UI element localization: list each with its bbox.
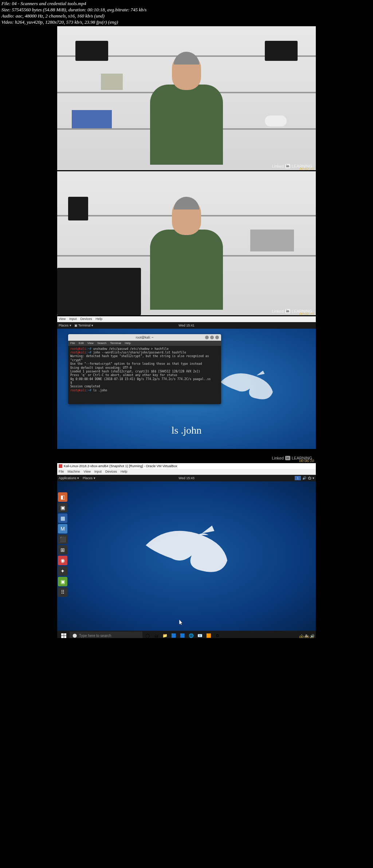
terminal-menu[interactable]: File Edit View Search Terminal Help (68, 341, 221, 346)
video-frame-4: Kali-Linux-2018.2-vbox-amd64 (Snapshot 1… (57, 463, 316, 638)
clock: Wed 15:41 (178, 324, 194, 327)
kali-dragon-logo (136, 512, 237, 592)
laptop-stack (250, 230, 294, 251)
dock-item[interactable]: ⠿ (58, 587, 67, 597)
taskbar-icon[interactable]: ◯ (143, 632, 152, 638)
search-icon: ⚪ (72, 634, 77, 638)
video-frame-3: View Input Devices Help Places ▾ ▣ Termi… (57, 316, 316, 462)
vb-menu-view[interactable]: View (84, 470, 91, 474)
start-button[interactable] (59, 632, 69, 638)
taskbar-icon[interactable]: 🌐 (187, 632, 196, 638)
maximize-button[interactable] (210, 336, 214, 339)
presenter (143, 54, 230, 170)
windows-logo-icon (61, 633, 66, 638)
subtitle-caption: ls .john (172, 425, 201, 436)
meta-audio: Audio: aac, 48000 Hz, 2 channels, s16, 1… (1, 13, 372, 19)
taskbar-icon[interactable]: 📧 (196, 632, 204, 638)
frame-timestamp: 00:08:20 (299, 634, 314, 638)
clock: Wed 15:43 (178, 476, 194, 480)
access-point (265, 116, 287, 126)
terminal-titlebar[interactable]: root@kali: ~ (68, 334, 221, 341)
taskbar-icon[interactable]: ⚙ (213, 632, 222, 638)
vb-menu-help[interactable]: Help (95, 317, 102, 321)
terminal-output[interactable]: root@kali:~# unshadow /etc/passwd /etc/s… (68, 346, 221, 404)
vb-menu-file[interactable]: File (59, 470, 64, 474)
close-button[interactable] (215, 336, 219, 339)
kali-desktop[interactable]: ◧▣▦M⬛⊞◉✦▣⠿ (57, 481, 316, 631)
kali-dock[interactable]: ◧▣▦M⬛⊞◉✦▣⠿ (58, 492, 69, 597)
frame-timestamp: 00:04:10 (299, 312, 314, 315)
terminal-window[interactable]: root@kali: ~ File Edit View Search Termi… (68, 334, 221, 404)
nas-box (68, 197, 88, 220)
commodore-box (72, 110, 112, 128)
places-menu[interactable]: Places ▾ (59, 324, 71, 327)
video-frame-1: LinkedinLEARNING 00:02:10 (57, 26, 316, 170)
virtualbox-icon (59, 464, 62, 468)
meta-video: Video: h264, yuv420p, 1280x720, 573 kb/s… (1, 19, 372, 26)
windows-taskbar[interactable]: ⚪ Type here to search ◯🗂📁🟦🟦🌐📧🟧⚙ ˄ 🖧 🔊 (57, 631, 316, 638)
virtualbox-titlebar[interactable]: Kali-Linux-2018.2-vbox-amd64 (Snapshot 1… (57, 463, 316, 469)
presenter (143, 199, 230, 315)
virtualbox-menu[interactable]: View Input Devices Help (57, 316, 316, 322)
dock-item[interactable]: ✦ (58, 566, 67, 576)
search-input[interactable]: ⚪ Type here to search (70, 632, 142, 638)
places-menu[interactable]: Places ▾ (83, 476, 95, 480)
minimize-button[interactable] (205, 336, 209, 339)
network-gear (101, 74, 123, 90)
kali-desktop: root@kali: ~ File Edit View Search Termi… (57, 329, 316, 449)
laptop-foreground (57, 268, 141, 315)
dock-item[interactable]: ⬛ (58, 535, 67, 544)
laptop-prop (75, 41, 108, 61)
vb-menu-machine[interactable]: Machine (68, 470, 80, 474)
mouse-cursor (179, 619, 184, 625)
taskbar-icon[interactable]: 🟧 (204, 632, 213, 638)
frame-timestamp: 00:06:10 (299, 458, 314, 462)
vb-menu-help[interactable]: Help (121, 470, 127, 474)
kali-dragon-logo (214, 361, 279, 413)
dock-item[interactable]: ▣ (58, 577, 67, 586)
vb-menu-devices[interactable]: Devices (105, 470, 117, 474)
laptop-prop (265, 41, 298, 61)
kali-top-bar[interactable]: Applications ▾ Places ▾ Wed 15:43 1 🔊 ⏻ … (57, 475, 316, 481)
file-metadata: File: 04 - Scanners and credential tools… (0, 0, 373, 26)
vb-menu-input[interactable]: Input (69, 317, 76, 321)
taskbar-icon[interactable]: 📁 (161, 632, 169, 638)
meta-file: File: 04 - Scanners and credential tools… (1, 1, 372, 7)
meta-size: Size: 57545560 bytes (54.88 MiB), durati… (1, 7, 372, 13)
dock-item[interactable]: ▦ (58, 513, 67, 523)
kali-top-bar[interactable]: Places ▾ ▣ Terminal ▾ Wed 15:41 (57, 322, 316, 329)
vb-menu-devices[interactable]: Devices (80, 317, 92, 321)
workspace-indicator[interactable]: 1 (295, 476, 301, 480)
dropdown-icon[interactable]: ▾ (313, 476, 314, 480)
dock-item[interactable]: ▣ (58, 503, 67, 512)
dock-item[interactable]: ◧ (58, 492, 67, 502)
virtualbox-menu[interactable]: File Machine View Input Devices Help (57, 469, 316, 475)
taskbar-icon[interactable]: 🗂 (152, 632, 161, 638)
vb-menu-input[interactable]: Input (94, 470, 102, 474)
taskbar-icon[interactable]: 🟦 (178, 632, 187, 638)
sound-icon[interactable]: 🔊 (302, 476, 306, 480)
video-frame-2: LinkedinLEARNING 00:04:10 (57, 171, 316, 315)
dock-item[interactable]: M (58, 524, 67, 533)
terminal-indicator[interactable]: ▣ Terminal ▾ (74, 324, 94, 327)
vb-menu-view[interactable]: View (59, 317, 66, 321)
dock-item[interactable]: ⊞ (58, 545, 67, 555)
applications-menu[interactable]: Applications ▾ (59, 476, 79, 480)
taskbar-icon[interactable]: 🟦 (169, 632, 178, 638)
power-icon[interactable]: ⏻ (308, 476, 311, 480)
frame-timestamp: 00:02:10 (299, 167, 314, 170)
dock-item[interactable]: ◉ (58, 556, 67, 565)
